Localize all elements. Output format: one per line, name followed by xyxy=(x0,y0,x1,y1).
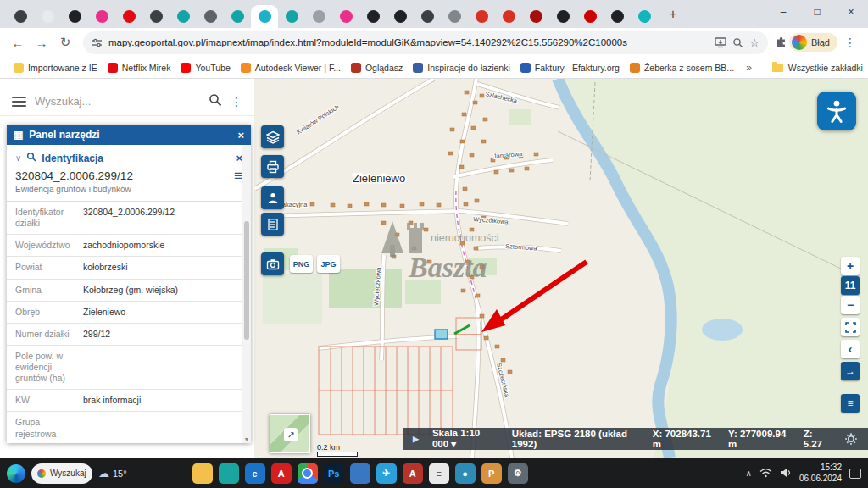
map-canvas[interactable]: nieruchomości Baszta Kwiatów Polskich Sz… xyxy=(254,79,868,458)
export-jpg-button[interactable]: JPG xyxy=(317,255,340,273)
map-viewport[interactable]: nieruchomości Baszta Kwiatów Polskich Sz… xyxy=(254,79,868,458)
browser-tab[interactable] xyxy=(549,5,576,28)
taskbar-app-icon[interactable]: Ps xyxy=(324,463,344,484)
browser-tab[interactable] xyxy=(170,5,197,28)
accessibility-button[interactable] xyxy=(817,92,856,130)
bookmark-item[interactable]: Inspiracje do łazienki xyxy=(408,61,515,75)
browser-tab[interactable] xyxy=(115,5,142,28)
scroll-down-icon[interactable]: ▼ xyxy=(242,436,251,442)
taskbar-app-icon[interactable]: ● xyxy=(455,463,476,484)
previous-view-button[interactable]: ‹ xyxy=(841,340,860,358)
browser-tab[interactable] xyxy=(305,5,332,28)
scale-dropdown[interactable]: Skala 1:10 000 ▾ xyxy=(432,428,498,450)
extensions-puzzle-icon[interactable] xyxy=(775,36,787,49)
browser-tab[interactable] xyxy=(224,5,251,28)
bookmark-item[interactable]: YouTube xyxy=(175,61,235,75)
browser-tab[interactable] xyxy=(142,5,170,28)
zoom-out-button[interactable]: − xyxy=(841,296,860,314)
taskbar-app-icon[interactable] xyxy=(298,463,318,484)
taskbar-app-icon[interactable]: ✈ xyxy=(376,463,397,484)
identification-close-icon[interactable]: × xyxy=(236,152,242,164)
browser-tab[interactable] xyxy=(61,5,88,28)
back-icon[interactable]: ← xyxy=(7,31,29,53)
taskbar-app-icon[interactable]: e xyxy=(245,463,265,484)
bookmark-item[interactable]: Netflix Mirek xyxy=(103,61,176,75)
bookmark-item[interactable]: Oglądasz xyxy=(346,61,408,75)
browser-tab[interactable] xyxy=(522,5,549,28)
site-settings-icon[interactable] xyxy=(92,37,103,48)
menu-hamburger-icon[interactable] xyxy=(12,97,26,107)
camera-button[interactable] xyxy=(261,252,284,275)
search-options-icon[interactable]: ⋮ xyxy=(231,95,242,108)
lens-search-icon[interactable] xyxy=(732,37,743,48)
panel-scrollbar[interactable]: ▼ xyxy=(242,145,251,443)
all-bookmarks-button[interactable]: Wszystkie zakładki xyxy=(772,63,866,73)
browser-tab[interactable] xyxy=(414,5,441,28)
browser-tab[interactable] xyxy=(251,5,278,28)
browser-tab[interactable] xyxy=(332,5,359,28)
bookmark-item[interactable]: Faktury - Efaktury.org xyxy=(515,61,625,75)
install-icon[interactable] xyxy=(715,37,726,48)
legend-button[interactable] xyxy=(261,213,284,236)
identify-person-button[interactable] xyxy=(261,186,284,209)
address-bar[interactable]: mapy.geoportal.gov.pl/imapnext/imap/inde… xyxy=(83,31,768,54)
map-contents-button[interactable]: ≡ xyxy=(841,394,860,413)
notification-center-icon[interactable] xyxy=(849,469,861,479)
taskbar-weather[interactable]: ☁ 15° xyxy=(98,467,127,480)
browser-tab[interactable] xyxy=(359,5,387,28)
overview-minimap[interactable]: ↗ xyxy=(270,414,310,453)
status-settings-gear-icon[interactable] xyxy=(844,432,858,446)
browser-tab[interactable] xyxy=(631,5,658,28)
reload-icon[interactable]: ↻ xyxy=(54,31,76,53)
taskbar-app-icon[interactable]: ⚙ xyxy=(508,463,528,484)
browser-tab[interactable] xyxy=(604,5,631,28)
bookmark-item[interactable]: Autodesk Viewer | F... xyxy=(236,61,346,75)
browser-menu-icon[interactable]: ⋮ xyxy=(839,36,861,49)
taskbar-app-icon[interactable] xyxy=(350,463,370,484)
browser-tab[interactable] xyxy=(468,5,495,28)
selected-parcel[interactable] xyxy=(435,330,448,339)
bookmarks-overflow-chevron[interactable]: » xyxy=(739,62,759,74)
next-view-button[interactable]: → xyxy=(841,362,860,380)
taskbar-app-icon[interactable]: A xyxy=(271,463,292,484)
taskbar-app-icon[interactable] xyxy=(192,463,213,484)
search-input[interactable] xyxy=(35,95,200,108)
taskbar-app-icon[interactable]: P xyxy=(481,463,502,484)
browser-tab[interactable] xyxy=(387,5,414,28)
taskbar-app-icon[interactable]: ≡ xyxy=(429,463,449,484)
profile-chip[interactable]: Błąd xyxy=(789,33,837,52)
wifi-icon[interactable] xyxy=(760,466,772,481)
bookmark-star-icon[interactable]: ☆ xyxy=(749,36,760,49)
chevron-down-icon[interactable]: ∨ xyxy=(15,153,21,163)
volume-icon[interactable] xyxy=(780,466,792,481)
browser-tab[interactable] xyxy=(88,5,115,28)
taskbar-app-icon[interactable]: A xyxy=(403,463,423,484)
browser-tab[interactable] xyxy=(278,5,305,28)
tray-chevron-icon[interactable]: ∧ xyxy=(746,469,752,478)
identification-section[interactable]: ∨ Identyfikacja × xyxy=(7,145,251,168)
edge-taskbar-icon[interactable] xyxy=(7,464,25,483)
close-button[interactable]: × xyxy=(834,0,868,24)
browser-tab[interactable] xyxy=(495,5,522,28)
zoom-in-button[interactable]: + xyxy=(841,257,860,275)
taskbar-search[interactable]: Wyszukaj xyxy=(31,463,92,484)
browser-tab[interactable] xyxy=(7,5,34,28)
url-text[interactable]: mapy.geoportal.gov.pl/imapnext/imap/inde… xyxy=(108,37,709,47)
tools-panel-header[interactable]: ▦ Panel narzędzi × xyxy=(7,125,251,145)
search-icon[interactable] xyxy=(209,93,222,110)
taskbar-clock[interactable]: 15:32 06.06.2024 xyxy=(799,463,842,484)
bookmark-item[interactable]: Żeberka z sosem BB... xyxy=(625,61,739,75)
export-png-button[interactable]: PNG xyxy=(290,255,313,273)
new-tab-button[interactable]: + xyxy=(663,4,683,25)
forward-icon[interactable]: → xyxy=(31,31,53,53)
browser-tab[interactable] xyxy=(34,5,61,28)
fullscreen-button[interactable] xyxy=(841,318,860,336)
taskbar-app-icon[interactable] xyxy=(219,463,239,484)
browser-tab[interactable] xyxy=(441,5,468,28)
panel-close-icon[interactable]: × xyxy=(237,129,244,141)
minimize-button[interactable]: – xyxy=(766,0,800,24)
scrollbar-thumb[interactable] xyxy=(244,221,249,340)
minimap-expand-icon[interactable]: ↗ xyxy=(284,428,298,441)
bookmark-item[interactable]: Importowane z IE xyxy=(8,61,103,75)
print-button[interactable] xyxy=(261,155,284,178)
